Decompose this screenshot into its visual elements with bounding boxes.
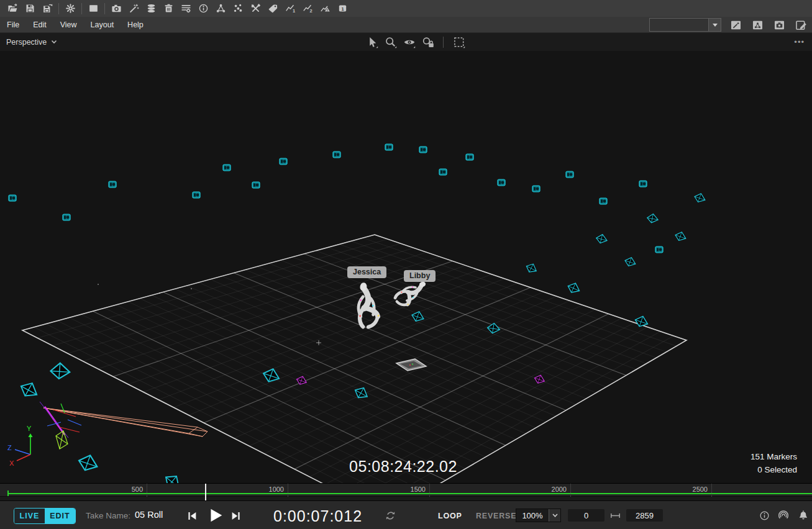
notification-1-icon: 1 bbox=[337, 3, 348, 14]
rigid-body-marker[interactable] bbox=[19, 381, 39, 398]
viewport-overflow-menu[interactable]: ••• bbox=[794, 33, 805, 51]
calibration-wand-button[interactable] bbox=[125, 1, 142, 16]
settings-button[interactable] bbox=[62, 1, 79, 16]
visibility-tool-button[interactable] bbox=[403, 35, 416, 48]
cycle-playback-button[interactable] bbox=[384, 509, 396, 522]
svg-text:1: 1 bbox=[293, 8, 295, 14]
camera-icon[interactable] bbox=[655, 246, 663, 253]
menu-layout[interactable]: Layout bbox=[84, 17, 121, 33]
tick-line bbox=[147, 484, 147, 497]
play-button[interactable] bbox=[207, 507, 224, 523]
camera-icon[interactable] bbox=[639, 181, 647, 187]
dropdown-arrow-icon[interactable] bbox=[708, 19, 721, 31]
data-management-button[interactable] bbox=[177, 1, 194, 16]
reverse-toggle[interactable]: REVERSE bbox=[476, 512, 516, 520]
skeleton-label-libby[interactable]: Libby bbox=[404, 270, 436, 282]
rigid-body-marker[interactable] bbox=[297, 376, 307, 384]
trash-button[interactable] bbox=[160, 1, 177, 16]
rigid-body-marker[interactable] bbox=[567, 283, 580, 293]
assets-button[interactable] bbox=[212, 1, 229, 16]
zoom-lock-tool-button[interactable] bbox=[421, 35, 434, 48]
streaming-status-button[interactable] bbox=[777, 509, 790, 522]
open-file-button[interactable] bbox=[4, 1, 21, 16]
camera-icon[interactable] bbox=[333, 151, 340, 158]
rigid-body-marker[interactable] bbox=[49, 361, 71, 381]
camera-icon[interactable] bbox=[223, 165, 230, 171]
layout-assets-button[interactable] bbox=[750, 18, 765, 32]
playback-speed-select[interactable]: 100% bbox=[516, 509, 561, 522]
rigid-body-marker[interactable] bbox=[636, 316, 648, 326]
marquee-select-tool-button[interactable] bbox=[452, 35, 465, 48]
layout-create-button[interactable] bbox=[728, 18, 743, 32]
layout-panel-button[interactable] bbox=[84, 1, 102, 16]
camera-button[interactable] bbox=[107, 1, 125, 16]
graph-2-button[interactable]: 2 bbox=[299, 1, 316, 16]
menu-file[interactable]: File bbox=[0, 17, 26, 33]
camera-icon[interactable] bbox=[109, 181, 116, 188]
main-toolbar: 121 bbox=[0, 0, 812, 17]
skeleton-libby[interactable] bbox=[394, 278, 431, 309]
save-file-button[interactable] bbox=[21, 1, 39, 16]
layout-camera-button[interactable] bbox=[772, 18, 787, 32]
rigid-body-marker[interactable] bbox=[695, 194, 705, 202]
save-as-button[interactable] bbox=[39, 1, 56, 16]
timeline-playhead[interactable] bbox=[205, 484, 206, 500]
viewport-3d[interactable]: Y Z X JessicaLibby 05:08:24:22.02 151 Ma… bbox=[0, 51, 812, 483]
rigid-body-marker[interactable] bbox=[596, 234, 607, 243]
markers-button[interactable] bbox=[229, 1, 247, 16]
camera-icon[interactable] bbox=[63, 214, 70, 220]
rigid-body-marker[interactable] bbox=[647, 214, 659, 224]
skeleton-label-jessica[interactable]: Jessica bbox=[347, 266, 386, 278]
force-plate[interactable] bbox=[396, 359, 426, 371]
loop-toggle[interactable]: LOOP bbox=[438, 512, 462, 520]
builder-tools-button[interactable] bbox=[247, 1, 264, 16]
camera-icon[interactable] bbox=[439, 169, 447, 175]
range-start-input[interactable]: 0 bbox=[568, 509, 604, 522]
notification-1-button[interactable]: 1 bbox=[334, 1, 351, 16]
camera-icon[interactable] bbox=[419, 147, 427, 153]
notifications-bell-button[interactable] bbox=[797, 509, 809, 521]
take-name-value[interactable]: 05 Roll bbox=[135, 510, 163, 520]
chevron-down-icon[interactable] bbox=[549, 509, 560, 522]
camera-icon[interactable] bbox=[600, 198, 607, 204]
range-end-input[interactable]: 2859 bbox=[626, 509, 663, 522]
camera-icon[interactable] bbox=[9, 195, 16, 201]
info-button[interactable] bbox=[194, 1, 212, 16]
camera-icon[interactable] bbox=[532, 186, 540, 192]
menu-edit[interactable]: Edit bbox=[26, 17, 53, 33]
live-button[interactable]: LIVE bbox=[14, 509, 45, 523]
tick-label-1500: 1500 bbox=[388, 486, 426, 493]
status-warning-button[interactable] bbox=[316, 1, 334, 16]
next-frame-button[interactable] bbox=[230, 510, 242, 522]
rigid-body-marker[interactable] bbox=[263, 369, 279, 381]
camera-icon[interactable] bbox=[385, 144, 393, 150]
camera-icon[interactable] bbox=[466, 154, 473, 160]
timeline[interactable]: 5001000150020002500 bbox=[0, 483, 812, 500]
view-selector[interactable]: Perspective bbox=[6, 33, 57, 51]
rigid-body-marker[interactable] bbox=[535, 375, 545, 383]
labeling-tag-button[interactable] bbox=[264, 1, 281, 16]
rigid-body-marker[interactable] bbox=[79, 455, 97, 470]
rigid-body-marker[interactable] bbox=[675, 232, 686, 241]
edit-button[interactable]: EDIT bbox=[45, 509, 75, 523]
camera-icon[interactable] bbox=[193, 192, 200, 198]
rigid-body-marker[interactable] bbox=[412, 312, 424, 321]
camera-icon[interactable] bbox=[566, 171, 573, 178]
rigid-body-marker[interactable] bbox=[526, 263, 537, 273]
rigid-body-marker[interactable] bbox=[163, 473, 182, 483]
menu-help[interactable]: Help bbox=[121, 17, 150, 33]
layout-edit-button[interactable] bbox=[793, 18, 808, 32]
toolbar-divider bbox=[58, 3, 59, 14]
info-button[interactable] bbox=[759, 510, 770, 521]
camera-icon[interactable] bbox=[498, 179, 505, 186]
camera-icon[interactable] bbox=[280, 158, 287, 165]
select-arrow-tool-button[interactable] bbox=[365, 35, 378, 48]
camera-icon[interactable] bbox=[252, 182, 260, 188]
menu-view[interactable]: View bbox=[53, 17, 84, 33]
data-library-button[interactable] bbox=[142, 1, 160, 16]
graph-1-button[interactable]: 1 bbox=[281, 1, 299, 16]
session-dropdown[interactable] bbox=[649, 18, 721, 32]
rigid-body-marker[interactable] bbox=[625, 258, 636, 266]
previous-frame-button[interactable] bbox=[186, 510, 198, 522]
zoom-tool-button[interactable] bbox=[384, 35, 397, 48]
